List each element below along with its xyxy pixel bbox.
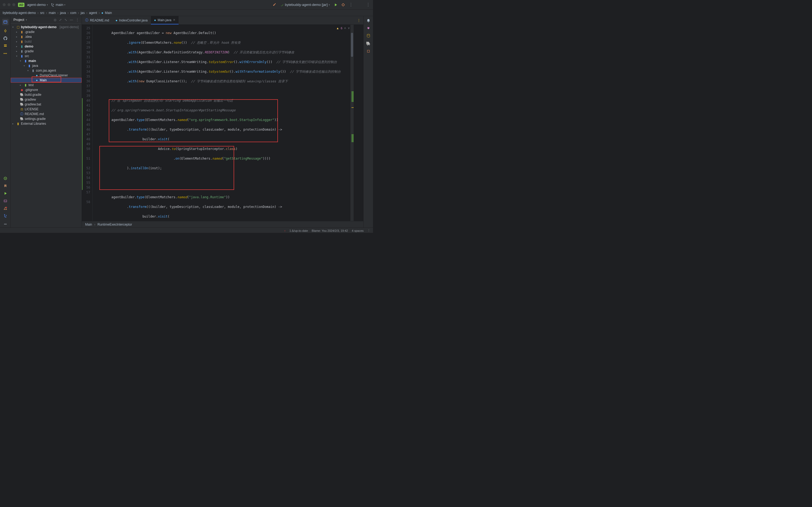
run-tool-icon[interactable] bbox=[3, 191, 7, 195]
tree-item[interactable]: ▸▮test bbox=[11, 82, 82, 88]
code-content[interactable]: AgentBuilder agentBuilder = new AgentBui… bbox=[93, 25, 363, 221]
structure-tool-icon[interactable] bbox=[3, 44, 7, 48]
git-status[interactable]: 1 Δ/up-to-date bbox=[290, 229, 308, 232]
more-icon[interactable]: ⋮ bbox=[349, 2, 353, 7]
project-selector[interactable]: agent-demo ▾ bbox=[27, 3, 48, 7]
tree-item-external-libs[interactable]: ▸▮External Libraries bbox=[11, 121, 82, 126]
tree-item[interactable]: ▸▮gradle bbox=[11, 49, 82, 54]
more-icon[interactable]: ⋮ bbox=[366, 2, 370, 7]
tree-label: LICENSE bbox=[25, 107, 38, 111]
svg-point-9 bbox=[4, 214, 5, 215]
close-window-button[interactable] bbox=[3, 3, 6, 6]
github-icon[interactable] bbox=[3, 37, 7, 40]
breadcrumb[interactable]: Main bbox=[85, 223, 92, 226]
scrollbar[interactable] bbox=[350, 25, 354, 221]
tree-item[interactable]: 🐘build.gradle bbox=[11, 92, 82, 97]
tree-label: java bbox=[32, 64, 38, 68]
scrollbar-thumb[interactable] bbox=[351, 33, 353, 57]
tree-item[interactable]: ▸▮.gradle bbox=[11, 30, 82, 34]
run-config-selector[interactable]: bytebuddy-agent-demo [jar] ▾ bbox=[280, 3, 330, 7]
blame-status[interactable]: Blame: You 2024/2/3, 19:42 bbox=[312, 229, 348, 232]
tree-label: Main bbox=[40, 78, 47, 82]
more-status-icon[interactable]: ⋮ bbox=[367, 229, 370, 232]
tree-item[interactable]: ▾▮main bbox=[11, 58, 82, 63]
breadcrumb[interactable]: Main bbox=[105, 11, 112, 15]
tree-label: build bbox=[25, 40, 32, 44]
settings-icon[interactable] bbox=[3, 176, 7, 180]
editor-breadcrumbs: Main › RuntimeExecInterceptor bbox=[82, 221, 363, 227]
tab-main[interactable]: ●Main.java✕ bbox=[151, 16, 179, 24]
tab-label: Main.java bbox=[158, 18, 171, 22]
breadcrumb[interactable]: src bbox=[40, 11, 44, 15]
bookmarks-icon[interactable] bbox=[3, 184, 7, 188]
tree-label: bytebuddy-agent-demo bbox=[21, 25, 57, 29]
breadcrumb[interactable]: agent bbox=[89, 11, 97, 15]
maximize-window-button[interactable] bbox=[12, 3, 15, 6]
breadcrumb[interactable]: main bbox=[49, 11, 56, 15]
tree-label: demo bbox=[25, 45, 33, 48]
build-tool-icon[interactable] bbox=[3, 222, 7, 225]
problems-icon[interactable] bbox=[3, 207, 7, 210]
tree-item[interactable]: ●DumpClassListener bbox=[11, 73, 82, 78]
tree-item[interactable]: ◆.gitignore bbox=[11, 88, 82, 92]
tree-item[interactable]: 🐘gradlew bbox=[11, 97, 82, 102]
project-tool-icon[interactable] bbox=[2, 19, 9, 25]
tab-indexcontroller[interactable]: ●IndexController.java bbox=[112, 16, 151, 24]
gradle-elephant-icon[interactable]: 🐘 bbox=[366, 41, 370, 46]
more-icon[interactable]: ⋮ bbox=[76, 18, 79, 22]
tree-item[interactable]: ⓘREADME.md bbox=[11, 112, 82, 116]
notifications-icon[interactable] bbox=[366, 19, 370, 22]
scroll-marker bbox=[352, 107, 354, 108]
code-comment: // 字节码修改成功把类信息给报错到 weaving/classes 目录下 bbox=[191, 79, 288, 83]
tab-readme[interactable]: ⓘREADME.md bbox=[82, 16, 112, 24]
tree-label: gradlew bbox=[25, 98, 36, 101]
expand-all-icon[interactable]: ⤢ bbox=[59, 18, 62, 22]
breadcrumb[interactable]: jas bbox=[81, 11, 85, 15]
more-tools-icon[interactable]: ••• bbox=[3, 52, 7, 56]
debug-icon[interactable] bbox=[341, 3, 345, 7]
vcs-icon[interactable] bbox=[3, 214, 7, 218]
tree-label: .idea bbox=[25, 35, 32, 39]
svg-point-6 bbox=[5, 178, 6, 179]
breadcrumb[interactable]: java bbox=[60, 11, 66, 15]
breadcrumb[interactable]: com bbox=[70, 11, 76, 15]
indent-status[interactable]: 4 spaces bbox=[352, 229, 364, 232]
database-icon[interactable] bbox=[366, 34, 370, 38]
tree-item[interactable]: ▾▮com.jas.agent bbox=[11, 68, 82, 73]
minimize-window-button[interactable] bbox=[7, 3, 10, 6]
branch-selector[interactable]: main ▾ bbox=[51, 3, 65, 7]
tree-item[interactable]: ▾▮src bbox=[11, 54, 82, 58]
tree-item-main-selected[interactable]: ●Main bbox=[11, 78, 82, 82]
class-icon: ● bbox=[101, 11, 103, 15]
project-tree[interactable]: ▾▢bytebuddy-agent-demo [agent-demo] ▸▮.g… bbox=[11, 23, 82, 227]
code-comment: // 忽略空，即允许 hook 所有类 bbox=[191, 41, 241, 45]
breadcrumb[interactable]: bytebuddy-agent-demo bbox=[3, 11, 36, 15]
close-icon[interactable]: ✕ bbox=[173, 18, 175, 22]
chevron-down-icon[interactable]: ▾ bbox=[26, 18, 27, 21]
tabs-more-icon[interactable]: ⋮ bbox=[357, 18, 361, 22]
tree-item[interactable]: 🐘gradlew.bat bbox=[11, 102, 82, 107]
terminal-icon[interactable] bbox=[3, 199, 7, 203]
tree-item[interactable]: ▸▮.idea bbox=[11, 34, 82, 39]
collapse-all-icon[interactable]: ⤡ bbox=[64, 18, 67, 22]
tree-item[interactable]: ▸▮build bbox=[11, 39, 82, 44]
code-comment: // 字节码修改成功也输出到控制台 bbox=[290, 70, 341, 73]
hide-icon[interactable]: — bbox=[70, 18, 73, 22]
code-editor[interactable]: 2526272829303132333435363738394041424344… bbox=[82, 25, 363, 221]
maven-icon[interactable] bbox=[366, 49, 370, 53]
target-icon[interactable]: ◎ bbox=[54, 18, 56, 22]
run-icon[interactable] bbox=[334, 3, 338, 7]
tree-item[interactable]: ▾▮java bbox=[11, 63, 82, 68]
tree-item-root[interactable]: ▾▢bytebuddy-agent-demo [agent-demo] bbox=[11, 25, 82, 30]
statusbar: ↑ 1 Δ/up-to-date Blame: You 2024/2/3, 19… bbox=[0, 227, 373, 233]
tree-label: External Libraries bbox=[21, 122, 46, 125]
build-hammer-icon[interactable] bbox=[272, 3, 276, 7]
commit-tool-icon[interactable] bbox=[3, 29, 7, 33]
tree-item[interactable]: ⚖LICENSE bbox=[11, 107, 82, 112]
breadcrumb[interactable]: RuntimeExecInterceptor bbox=[97, 223, 132, 226]
tree-item[interactable]: 🐘settings.gradle bbox=[11, 116, 82, 121]
class-icon: ● bbox=[115, 18, 117, 22]
chevron-down-icon: ▾ bbox=[64, 3, 65, 6]
tree-item[interactable]: ▸▮demo bbox=[11, 44, 82, 49]
ai-assistant-icon[interactable] bbox=[366, 26, 370, 30]
